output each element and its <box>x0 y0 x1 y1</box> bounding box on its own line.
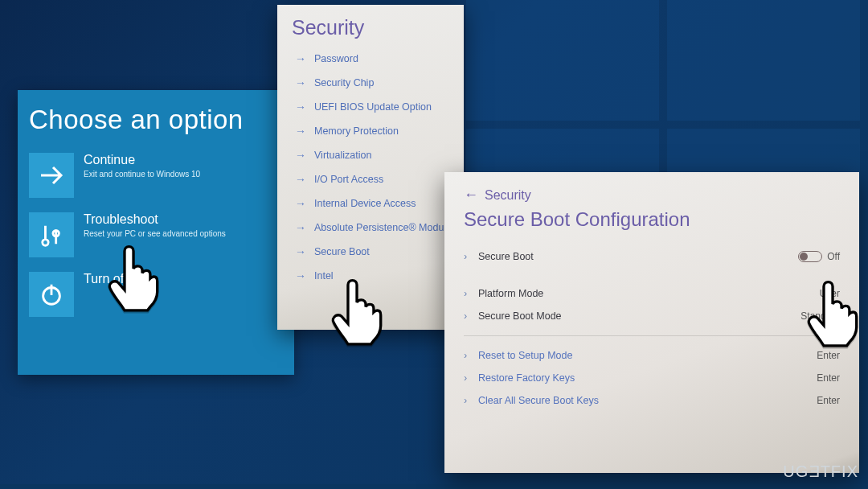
arrow-right-icon <box>29 153 74 198</box>
tile-subtitle: Reset your PC or see advanced options <box>84 228 226 239</box>
security-item-security-chip[interactable]: →Security Chip <box>295 76 452 89</box>
secure-boot-toggle[interactable]: Off <box>798 251 840 262</box>
cursor-hand-icon <box>328 275 386 346</box>
secure-boot-panel: ← Security Secure Boot Configuration › S… <box>444 172 859 473</box>
security-item-label: Internal Device Access <box>314 198 416 209</box>
cursor-hand-icon <box>804 277 862 347</box>
secure-boot-title: Secure Boot Configuration <box>464 208 840 231</box>
chevron-right-icon: › <box>464 288 478 299</box>
row-label: Platform Mode <box>478 288 820 299</box>
chevron-right-icon: › <box>464 310 478 322</box>
security-item-memory-protection[interactable]: →Memory Protection <box>295 125 452 138</box>
row-label: Secure Boot Mode <box>478 310 800 322</box>
arrow-right-icon: → <box>295 125 306 138</box>
action-value: Enter <box>817 395 840 406</box>
action-value: Enter <box>817 372 840 384</box>
security-item-i-o-port-access[interactable]: →I/O Port Access <box>295 173 452 186</box>
power-icon <box>29 272 74 317</box>
security-item-label: I/O Port Access <box>314 174 383 185</box>
tile-subtitle: Exit and continue to Windows 10 <box>84 169 200 179</box>
arrow-right-icon: → <box>295 52 306 65</box>
toggle-value: Off <box>827 251 840 262</box>
arrow-right-icon: → <box>295 197 306 210</box>
security-item-label: Password <box>314 53 358 64</box>
action-value: Enter <box>817 350 840 361</box>
security-item-label: Absolute Persistence® Module <box>314 222 452 233</box>
arrow-right-icon: → <box>295 221 306 234</box>
security-item-label: UEFI BIOS Update Option <box>314 101 432 113</box>
winre-title: Choose an option <box>29 105 283 135</box>
security-item-label: Virtualization <box>314 150 371 161</box>
row-platform-mode[interactable]: › Platform Mode User <box>464 282 840 305</box>
security-item-internal-device-access[interactable]: →Internal Device Access <box>295 197 452 210</box>
security-item-password[interactable]: →Password <box>295 52 452 65</box>
action-label: Clear All Secure Boot Keys <box>478 395 817 406</box>
breadcrumb-label: Security <box>485 188 531 203</box>
winre-panel: Choose an option Continue Exit and conti… <box>18 90 294 375</box>
chevron-right-icon: › <box>464 372 478 384</box>
divider <box>464 335 840 336</box>
row-secure-boot[interactable]: › Secure Boot Off <box>464 245 840 268</box>
tile-title: Continue <box>84 153 200 167</box>
security-item-uefi-bios-update-option[interactable]: →UEFI BIOS Update Option <box>295 101 452 113</box>
row-secure-boot-mode[interactable]: › Secure Boot Mode Standard <box>464 305 840 327</box>
action-restore-factory-keys[interactable]: ›Restore Factory KeysEnter <box>464 367 840 389</box>
arrow-right-icon: → <box>295 101 306 113</box>
security-item-label: Secure Boot <box>314 246 370 257</box>
arrow-right-icon: → <box>295 269 306 282</box>
security-item-virtualization[interactable]: →Virtualization <box>295 149 452 162</box>
chevron-right-icon: › <box>464 395 478 406</box>
arrow-right-icon: → <box>295 76 306 89</box>
security-item-absolute-persistence-module[interactable]: →Absolute Persistence® Module <box>295 221 452 234</box>
security-item-label: Security Chip <box>314 77 374 88</box>
security-title: Security <box>292 16 452 39</box>
tools-icon <box>29 212 74 257</box>
action-label: Restore Factory Keys <box>478 372 817 384</box>
watermark: UGETFIX <box>783 462 858 481</box>
arrow-right-icon: → <box>295 245 306 258</box>
cursor-hand-icon <box>104 241 162 312</box>
action-label: Reset to Setup Mode <box>478 350 817 361</box>
chevron-right-icon: › <box>464 251 478 262</box>
row-label: Secure Boot <box>478 251 798 262</box>
breadcrumb: ← Security <box>464 187 840 203</box>
arrow-right-icon: → <box>295 149 306 162</box>
action-reset-to-setup-mode[interactable]: ›Reset to Setup ModeEnter <box>464 344 840 367</box>
chevron-right-icon: › <box>464 350 478 361</box>
tile-title: Troubleshoot <box>84 212 226 227</box>
security-item-label: Memory Protection <box>314 125 399 137</box>
action-clear-all-secure-boot-keys[interactable]: ›Clear All Secure Boot KeysEnter <box>464 389 840 412</box>
arrow-right-icon: → <box>295 173 306 186</box>
bottom-bar <box>0 484 868 489</box>
security-item-secure-boot[interactable]: →Secure Boot <box>295 245 452 258</box>
tile-continue[interactable]: Continue Exit and continue to Windows 10 <box>29 153 283 198</box>
back-arrow-icon[interactable]: ← <box>464 187 478 203</box>
